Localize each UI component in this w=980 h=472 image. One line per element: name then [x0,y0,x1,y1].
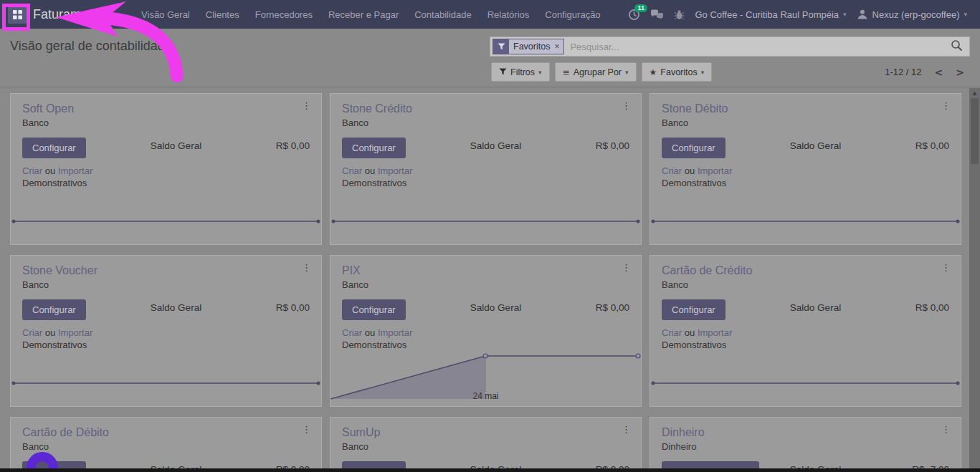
card-title[interactable]: Stone Débito [662,101,949,117]
journal-card[interactable]: Cartão de Débito Banco ⋮ Configurar Sald… [10,417,322,472]
chevron-down-icon: ▾ [625,69,629,76]
import-link[interactable]: Importar [378,165,412,176]
user-avatar-icon [857,9,868,20]
balance-value: R$ 0,00 [596,302,629,314]
import-link[interactable]: Importar [698,327,732,338]
journal-card[interactable]: Soft Open Banco ⋮ Configurar Saldo Geral… [10,93,322,245]
card-title[interactable]: Stone Crédito [342,101,629,117]
card-action-button[interactable]: Configurar [662,299,726,320]
card-title[interactable]: Stone Voucher [22,263,310,279]
menu-item-contabilidade[interactable]: Contabilidade [406,0,480,29]
menu-item-configura-o[interactable]: Configuração [537,0,608,29]
card-action-button[interactable]: Configurar [342,299,406,320]
balance-value: R$ 0,00 [276,140,310,153]
messages-button[interactable] [650,9,664,20]
card-balances: Saldo GeralR$ 0,00 [790,302,949,314]
journal-card[interactable]: Cartão de Crédito Banco ⋮ Configurar Sal… [650,255,961,407]
sparkline-chart [11,349,321,406]
filters-button[interactable]: Filtros ▾ [491,62,550,82]
journal-card[interactable]: Stone Crédito Banco ⋮ Configurar Saldo G… [330,93,642,245]
card-title[interactable]: Dinheiro [662,425,949,440]
card-links: Criar ou Importar [342,165,412,178]
card-menu-icon[interactable]: ⋮ [941,100,951,111]
card-title[interactable]: PIX [342,263,629,279]
create-link[interactable]: Criar [22,327,42,338]
card-subtitle: Banco [662,279,949,291]
chevron-down-icon: ▾ [538,69,542,76]
sparkline-chart [330,349,641,406]
card-title[interactable]: Cartão de Débito [22,425,310,440]
card-subtitle: Banco [22,279,310,291]
pager-next-icon[interactable]: > [956,67,964,78]
favorites-button[interactable]: ★ Favoritos ▾ [642,62,713,82]
facet-remove-icon[interactable]: × [554,39,563,54]
or-text: ou [365,165,378,176]
import-link[interactable]: Importar [58,327,92,338]
card-title[interactable]: SumUp [342,425,629,440]
app-brand-title[interactable]: Faturamento [33,7,106,22]
import-link[interactable]: Importar [698,165,732,176]
balance-label: Saldo Geral [790,302,841,314]
card-action-button[interactable]: Configurar [342,138,406,158]
journal-card[interactable]: Dinheiro Dinheiro ⋮ Novas Transações Sal… [650,417,961,472]
create-link[interactable]: Criar [662,327,682,338]
menu-item-vis-o-geral[interactable]: Visão Geral [133,0,198,29]
balance-label: Saldo Geral [790,140,841,153]
create-link[interactable]: Criar [342,165,362,176]
search-input[interactable]: Pesquisar... [570,42,951,52]
card-menu-icon[interactable]: ⋮ [622,424,631,435]
activities-button[interactable]: 11 [628,9,640,21]
search-facet-favorites[interactable]: Favoritos × [493,39,564,54]
card-menu-icon[interactable]: ⋮ [941,262,951,273]
menu-item-fornecedores[interactable]: Fornecedores [247,0,320,29]
card-subtitle: Banco [22,117,310,129]
balance-value: R$ 0,00 [915,302,949,314]
card-menu-icon[interactable]: ⋮ [302,100,311,111]
balance-label: Saldo Geral [470,140,521,153]
control-panel: Visão geral de contabilidade Favoritos ×… [0,29,980,87]
menu-item-relat-rios[interactable]: Relatórios [480,0,538,29]
menu-item-receber-e-pagar[interactable]: Receber e Pagar [320,0,406,29]
card-menu-icon[interactable]: ⋮ [941,424,951,435]
journal-card[interactable]: Stone Voucher Banco ⋮ Configurar Saldo G… [10,255,322,407]
balance-label: Saldo Geral [470,302,521,314]
card-title[interactable]: Cartão de Crédito [662,263,949,279]
search-bar[interactable]: Favoritos × Pesquisar... [490,37,970,57]
journal-card[interactable]: PIX Banco ⋮ Configurar Saldo GeralR$ 0,0… [330,255,642,407]
import-link[interactable]: Importar [58,165,92,176]
user-menu[interactable]: Nexuz (erp-gocoffee) ▾ [857,9,967,20]
card-action-button[interactable]: Configurar [22,138,86,158]
create-link[interactable]: Criar [342,327,362,338]
card-links: Criar ou Importar [22,327,92,339]
scrollbar-thumb[interactable] [971,98,979,164]
journal-card[interactable]: Stone Débito Banco ⋮ Configurar Saldo Ge… [650,93,961,245]
company-switcher[interactable]: Go Coffee - Curitiba Raul Pompéia ▾ [695,9,846,20]
card-title[interactable]: Soft Open [22,101,310,117]
journal-card[interactable]: SumUp Banco ⋮ Configurar Saldo GeralR$ 0… [330,417,642,472]
debug-button[interactable] [674,9,685,20]
card-action-button[interactable]: Configurar [22,299,86,320]
main-menu: Visão GeralClientesFornecedoresReceber e… [133,0,609,29]
bug-icon [674,9,685,20]
card-action-button[interactable]: Configurar [662,138,726,158]
card-subtitle: Banco [22,440,310,453]
card-menu-icon[interactable]: ⋮ [622,262,631,273]
pager: 1-12 / 12 < > [885,62,964,82]
create-link[interactable]: Criar [662,165,682,176]
star-icon: ★ [650,67,657,77]
card-menu-icon[interactable]: ⋮ [302,262,311,273]
search-icon[interactable] [951,39,963,54]
apps-menu-button[interactable] [8,5,27,24]
scroll-up-icon[interactable]: ▲ [969,88,980,98]
card-menu-icon[interactable]: ⋮ [302,424,311,435]
card-menu-icon[interactable]: ⋮ [622,100,631,111]
create-link[interactable]: Criar [22,165,42,176]
vertical-scrollbar[interactable]: ▲ [969,88,980,468]
card-subtitle: Banco [662,117,949,129]
group-by-button[interactable]: ≡ Agrupar Por ▾ [555,62,637,82]
chevron-down-icon: ▾ [843,11,847,18]
apps-grid-icon [12,9,23,20]
menu-item-clientes[interactable]: Clientes [198,0,247,29]
pager-previous-icon[interactable]: < [935,67,943,78]
import-link[interactable]: Importar [378,327,412,338]
